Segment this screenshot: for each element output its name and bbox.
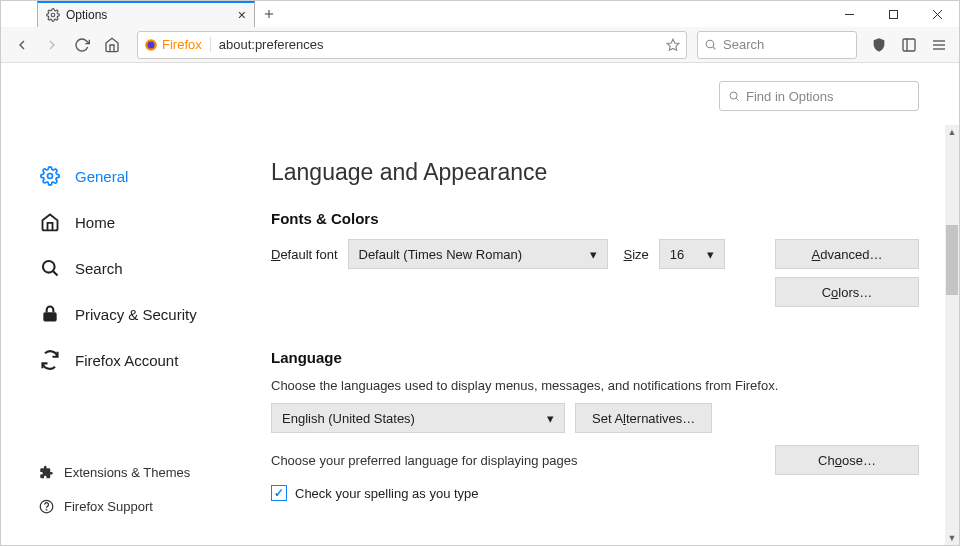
reload-button[interactable] bbox=[69, 32, 95, 58]
toolbar-right bbox=[867, 33, 951, 57]
language-heading: Language bbox=[271, 349, 919, 366]
scroll-up-icon[interactable]: ▲ bbox=[945, 125, 959, 139]
default-font-label: Default font bbox=[271, 247, 338, 262]
scroll-down-icon[interactable]: ▼ bbox=[945, 531, 959, 545]
search-bar[interactable]: Search bbox=[697, 31, 857, 59]
maximize-button[interactable] bbox=[871, 1, 915, 27]
url-bar[interactable]: Firefox about:preferences bbox=[137, 31, 687, 59]
library-icon[interactable] bbox=[897, 33, 921, 57]
new-tab-button[interactable] bbox=[255, 1, 283, 27]
sidebar-bottom: Extensions & Themes Firefox Support bbox=[39, 455, 190, 523]
bookmark-star-icon[interactable] bbox=[666, 38, 680, 52]
gear-icon bbox=[46, 8, 60, 22]
svg-marker-9 bbox=[667, 39, 679, 50]
find-in-options-input[interactable]: Find in Options bbox=[719, 81, 919, 111]
lock-icon bbox=[39, 303, 61, 325]
language-select-row: English (United States) ▾ Set Alternativ… bbox=[271, 403, 919, 433]
svg-point-22 bbox=[46, 509, 47, 510]
font-size-value: 16 bbox=[670, 247, 684, 262]
back-button[interactable] bbox=[9, 32, 35, 58]
sidebar-label: Privacy & Security bbox=[75, 306, 197, 323]
home-icon bbox=[39, 211, 61, 233]
svg-point-17 bbox=[48, 174, 53, 179]
gear-icon bbox=[39, 165, 61, 187]
size-label: Size bbox=[624, 247, 649, 262]
sidebar-label: Firefox Account bbox=[75, 352, 178, 369]
display-language-select[interactable]: English (United States) ▾ bbox=[271, 403, 565, 433]
svg-rect-12 bbox=[903, 39, 915, 51]
fonts-colors-heading: Fonts & Colors bbox=[271, 210, 919, 227]
main-panel: Find in Options Language and Appearance … bbox=[261, 63, 959, 545]
svg-line-11 bbox=[713, 47, 715, 49]
search-icon bbox=[39, 257, 61, 279]
firefox-icon bbox=[144, 38, 158, 52]
chevron-down-icon: ▾ bbox=[707, 247, 714, 262]
default-font-value: Default (Times New Roman) bbox=[359, 247, 523, 262]
svg-point-10 bbox=[706, 40, 714, 48]
advanced-fonts-button[interactable]: Advanced… bbox=[775, 239, 919, 269]
scroll-thumb[interactable] bbox=[946, 225, 958, 295]
sidebar-item-account[interactable]: Firefox Account bbox=[39, 337, 261, 383]
shield-icon[interactable] bbox=[867, 33, 891, 57]
search-icon bbox=[704, 38, 717, 51]
scrollbar[interactable]: ▲ ▼ bbox=[945, 125, 959, 545]
url-text: about:preferences bbox=[219, 37, 666, 52]
svg-line-19 bbox=[53, 271, 57, 275]
tabstrip: Options × bbox=[1, 1, 827, 27]
tab-title: Options bbox=[66, 8, 107, 22]
chevron-down-icon: ▾ bbox=[547, 411, 554, 426]
default-font-row: Default font Default (Times New Roman) ▾… bbox=[271, 239, 919, 269]
preferred-language-row: Choose your preferred language for displ… bbox=[271, 445, 919, 475]
font-size-select[interactable]: 16 ▾ bbox=[659, 239, 725, 269]
support-link[interactable]: Firefox Support bbox=[39, 489, 190, 523]
home-button[interactable] bbox=[99, 32, 125, 58]
sidebar-label: General bbox=[75, 168, 128, 185]
minimize-button[interactable] bbox=[827, 1, 871, 27]
sidebar-item-search[interactable]: Search bbox=[39, 245, 261, 291]
puzzle-icon bbox=[39, 465, 54, 480]
spellcheck-label: Check your spelling as you type bbox=[295, 486, 479, 501]
chevron-down-icon: ▾ bbox=[590, 247, 597, 262]
browser-tab[interactable]: Options × bbox=[37, 1, 255, 27]
language-desc-1: Choose the languages used to display men… bbox=[271, 378, 919, 393]
search-icon bbox=[728, 90, 740, 102]
titlebar: Options × bbox=[1, 1, 959, 27]
search-placeholder: Search bbox=[723, 37, 764, 52]
sidebar-item-privacy[interactable]: Privacy & Security bbox=[39, 291, 261, 337]
sidebar: General Home Search Privacy & Security F… bbox=[1, 63, 261, 545]
help-icon bbox=[39, 499, 54, 514]
colors-button[interactable]: Colors… bbox=[775, 277, 919, 307]
spellcheck-row: Check your spelling as you type bbox=[271, 485, 919, 501]
sidebar-item-home[interactable]: Home bbox=[39, 199, 261, 245]
language-desc-2: Choose your preferred language for displ… bbox=[271, 453, 577, 468]
default-font-select[interactable]: Default (Times New Roman) ▾ bbox=[348, 239, 608, 269]
svg-point-0 bbox=[51, 13, 55, 17]
spellcheck-checkbox[interactable] bbox=[271, 485, 287, 501]
extensions-label: Extensions & Themes bbox=[64, 465, 190, 480]
menu-icon[interactable] bbox=[927, 33, 951, 57]
identity-box[interactable]: Firefox bbox=[144, 37, 211, 52]
sidebar-label: Home bbox=[75, 214, 115, 231]
colors-row: Colors… bbox=[271, 277, 919, 307]
svg-point-8 bbox=[148, 41, 155, 48]
sidebar-item-general[interactable]: General bbox=[39, 153, 261, 199]
close-tab-icon[interactable]: × bbox=[238, 7, 246, 23]
svg-point-18 bbox=[43, 261, 55, 273]
extensions-link[interactable]: Extensions & Themes bbox=[39, 455, 190, 489]
svg-point-23 bbox=[730, 92, 737, 99]
sidebar-label: Search bbox=[75, 260, 123, 277]
svg-rect-20 bbox=[43, 312, 56, 321]
toolbar: Firefox about:preferences Search bbox=[1, 27, 959, 63]
choose-languages-button[interactable]: Choose… bbox=[775, 445, 919, 475]
set-alternatives-button[interactable]: Set Alternatives… bbox=[575, 403, 712, 433]
identity-label: Firefox bbox=[162, 37, 202, 52]
forward-button[interactable] bbox=[39, 32, 65, 58]
content-area: General Home Search Privacy & Security F… bbox=[1, 63, 959, 545]
window-controls bbox=[827, 1, 959, 27]
svg-rect-4 bbox=[889, 10, 897, 18]
find-placeholder: Find in Options bbox=[746, 89, 833, 104]
support-label: Firefox Support bbox=[64, 499, 153, 514]
section-title: Language and Appearance bbox=[271, 159, 919, 186]
svg-line-24 bbox=[736, 98, 738, 100]
close-window-button[interactable] bbox=[915, 1, 959, 27]
